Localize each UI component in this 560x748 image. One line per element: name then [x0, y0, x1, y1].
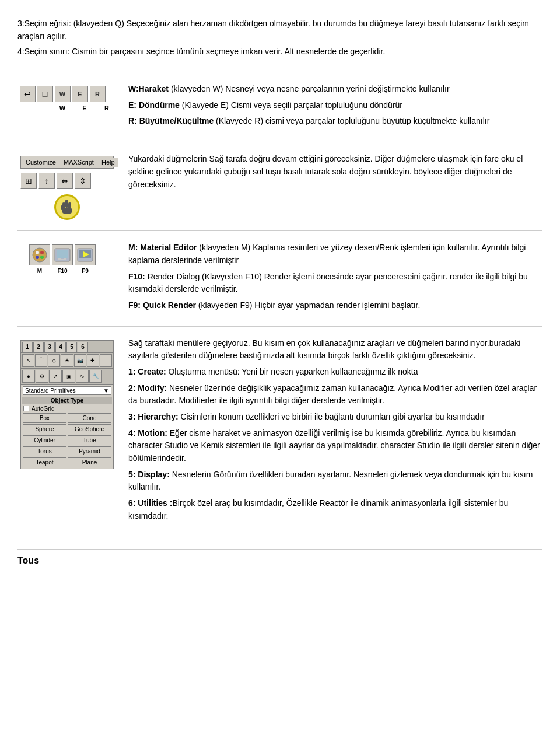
svg-rect-5	[33, 248, 47, 262]
svg-rect-14	[58, 259, 66, 260]
hand-svg	[61, 200, 74, 215]
create-icon-sphere-small[interactable]: ●	[22, 370, 35, 383]
create-icon-wave[interactable]: ∿	[76, 370, 89, 383]
tube-button[interactable]: Tube	[68, 435, 111, 445]
autogrid-checkbox[interactable]	[23, 406, 29, 411]
wer-w-bold: W:Haraket	[128, 84, 169, 93]
create-item1-rest: Oluşturma menüsü: Yeni bir nesen yaparke…	[166, 367, 418, 376]
f10-icon-btn[interactable]	[52, 244, 73, 265]
box-button[interactable]: Box	[23, 413, 66, 423]
w-button[interactable]: W	[54, 86, 71, 102]
maxscript-menu-item[interactable]: MAXScript	[60, 158, 97, 167]
create-icon-box-small[interactable]: ▣	[62, 370, 75, 383]
tab-1[interactable]: 1	[22, 342, 33, 352]
create-icon-light[interactable]: ☀	[61, 354, 73, 367]
w-label: W	[54, 104, 71, 111]
create-item1-bold: 1: Create:	[128, 367, 166, 376]
m-icon-btn[interactable]	[29, 244, 50, 265]
wer-e-bold: E: Döndürme	[128, 100, 180, 110]
create-icon-camera[interactable]: 📷	[74, 354, 86, 367]
create-icon-helper[interactable]: ✚	[87, 354, 99, 367]
help-menu-item[interactable]: Help	[98, 158, 118, 167]
create-icons-row2: ● ⚙ ↗ ▣ ∿ 🔧	[21, 369, 113, 385]
object-type-grid: Box Cone Sphere GeoSphere Cylinder Tube …	[23, 413, 111, 467]
create-icon-wrench[interactable]: 🔧	[89, 370, 102, 383]
material-f9-text: F9: Quick Render (klavyeden F9) Hiçbir a…	[128, 299, 542, 312]
teapot-button[interactable]: Teapot	[23, 457, 66, 467]
plane-button[interactable]: Plane	[68, 457, 111, 467]
wer-e-text: E: Döndürme (Klavyede E) Cismi veya seçi…	[128, 99, 542, 112]
f10-icon-svg	[54, 246, 71, 264]
create-icon-curve[interactable]: ⌒	[35, 354, 47, 367]
tab-6[interactable]: 6	[78, 342, 88, 352]
create-item6-rest: Birçok özel araç bu kısımdadır, Özellikl…	[128, 498, 508, 520]
svg-point-7	[40, 251, 44, 254]
autogrid-row: AutoGrid	[23, 406, 111, 412]
create-item2-bold: 2: Modify:	[128, 383, 167, 393]
object-type-title: Object Type	[22, 397, 112, 404]
footer-tous-label: Tous	[18, 555, 39, 565]
cone-button[interactable]: Cone	[68, 413, 111, 423]
create-panel: 1 2 3 4 5 6 ↖ ⌒ ◇ ☀ 📷 ✚ T ● ⚙ ↗	[20, 340, 114, 469]
wer-w-rest: (klavyeden W) Nesneyi veya nesne parçala…	[169, 84, 450, 93]
wer-text: W:Haraket (klavyeden W) Nesneyi veya nes…	[128, 83, 542, 131]
customize-menu-bar: Customize MAXScript Help	[20, 156, 114, 169]
e-button[interactable]: E	[72, 86, 88, 102]
wer-r-rest: (Klavyede R) cismi veya parçalar toplulu…	[214, 116, 489, 125]
svg-rect-0	[65, 200, 68, 208]
create-item5-rest: Nesnelerin Görünüm özellikleri buradan a…	[128, 470, 533, 492]
toolbar-icon-2[interactable]: ↕	[38, 173, 55, 189]
toolbar-icon-4[interactable]: ⇕	[75, 173, 91, 189]
tab-2[interactable]: 2	[33, 342, 44, 352]
create-icon-extra[interactable]: T	[100, 354, 112, 367]
r-button[interactable]: R	[89, 86, 106, 102]
mat-icons-row	[29, 244, 105, 265]
section-customize: Customize MAXScript Help ⊞ ↕ ⇔ ⇕	[18, 142, 542, 231]
svg-point-8	[36, 256, 39, 259]
toolbar-icon-3[interactable]: ⇔	[57, 173, 73, 189]
top-text-1: 3:Seçim eğrisi: (klavyeden Q) Seçeceğini…	[18, 18, 542, 43]
section-wer: ↩ □ W E R W E R W:Haraket (klavyeden W) …	[18, 72, 542, 142]
create-item2-rest: Nesneler üzerinde değişiklik yapacağımız…	[128, 383, 537, 406]
create-item6-bold: 6: Utilities :	[128, 498, 172, 508]
create-item3-rest: Cisimlerin konum özellikleri ve birbiri …	[178, 412, 485, 421]
create-icon-cursor[interactable]: ↗	[49, 370, 62, 383]
create-icon-arrow[interactable]: ↖	[22, 354, 34, 367]
footer: Tous	[18, 549, 542, 572]
create-item4: 4: Motion: Eğer cisme haraket ve animasy…	[128, 427, 542, 465]
cylinder-button[interactable]: Cylinder	[23, 435, 66, 445]
create-intro: Sağ taraftaki menülere geçiyoruz. Bu kıs…	[128, 337, 542, 362]
customize-image: Customize MAXScript Help ⊞ ↕ ⇔ ⇕	[18, 153, 117, 220]
e-label: E	[76, 104, 93, 111]
customize-text: Yukardaki düğmelerin Sağ tarafa doğru de…	[128, 153, 542, 220]
toolbar-icon-1[interactable]: ⊞	[20, 173, 37, 189]
f9-icon-btn[interactable]	[75, 244, 96, 265]
tab-5[interactable]: 5	[66, 342, 77, 352]
create-text: Sağ taraftaki menülere geçiyoruz. Bu kıs…	[128, 337, 542, 526]
material-image: M F10 F9	[18, 242, 117, 315]
customize-menu-item[interactable]: Customize	[22, 158, 60, 167]
material-m-bold: M: Material Editor	[128, 243, 197, 252]
create-tab-numbers: 1 2 3 4 5 6	[21, 341, 113, 353]
create-item5-bold: 5: Display:	[128, 470, 170, 479]
create-icon-shape[interactable]: ◇	[48, 354, 60, 367]
pyramid-button[interactable]: Pyramid	[68, 446, 111, 456]
svg-rect-4	[62, 208, 72, 214]
material-f9-bold: F9: Quick Render	[128, 300, 196, 310]
undo-icon-btn[interactable]: ↩	[19, 86, 36, 102]
geosphere-button[interactable]: GeoSphere	[68, 424, 111, 434]
create-icon-gear[interactable]: ⚙	[36, 370, 48, 383]
material-toolbar: M F10 F9	[29, 244, 105, 274]
primitive-type-dropdown[interactable]: Standard Primitives ▼	[23, 386, 111, 395]
tab-3[interactable]: 3	[44, 342, 55, 352]
wer-r-bold: R: Büyütme/Küçültme	[128, 116, 214, 125]
wer-buttons-row: ↩ □ W E R	[19, 86, 106, 102]
torus-button[interactable]: Torus	[23, 446, 66, 456]
wer-w-text: W:Haraket (klavyeden W) Nesneyi veya nes…	[128, 83, 542, 96]
create-item2: 2: Modify: Nesneler üzerinde değişiklik …	[128, 382, 542, 407]
sphere-button[interactable]: Sphere	[23, 424, 66, 434]
square-icon-btn[interactable]: □	[37, 86, 53, 102]
toolbar-icons-row: ⊞ ↕ ⇔ ⇕	[20, 173, 114, 189]
tab-4[interactable]: 4	[55, 342, 66, 352]
create-item4-rest: Eğer cisme haraket ve animasyon özelliği…	[128, 428, 540, 463]
